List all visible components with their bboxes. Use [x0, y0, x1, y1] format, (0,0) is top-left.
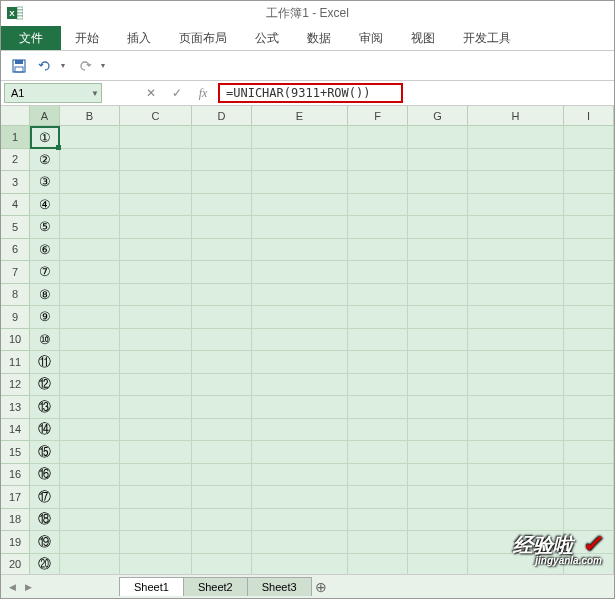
cell[interactable] — [348, 194, 408, 217]
cell[interactable] — [252, 171, 348, 194]
cell[interactable] — [564, 464, 614, 487]
cell[interactable]: ② — [30, 149, 60, 172]
cell[interactable] — [348, 486, 408, 509]
cell[interactable] — [468, 149, 564, 172]
cell[interactable] — [120, 329, 192, 352]
cell[interactable]: ⑦ — [30, 261, 60, 284]
cell[interactable] — [468, 329, 564, 352]
column-header[interactable]: I — [564, 106, 614, 126]
cell[interactable] — [468, 261, 564, 284]
cell[interactable] — [60, 351, 120, 374]
cell[interactable] — [468, 171, 564, 194]
cell[interactable] — [348, 554, 408, 577]
cell[interactable] — [468, 509, 564, 532]
cell[interactable] — [468, 284, 564, 307]
tab-developer[interactable]: 开发工具 — [449, 26, 525, 50]
cell[interactable] — [252, 194, 348, 217]
cell[interactable] — [252, 149, 348, 172]
cell[interactable] — [348, 531, 408, 554]
cell[interactable] — [564, 126, 614, 149]
add-sheet-button[interactable]: ⊕ — [311, 579, 331, 595]
sheet-tab-1[interactable]: Sheet1 — [119, 577, 184, 596]
cell[interactable] — [120, 531, 192, 554]
cell[interactable]: ⑤ — [30, 216, 60, 239]
cell[interactable] — [348, 441, 408, 464]
cell[interactable] — [60, 509, 120, 532]
cell[interactable] — [408, 171, 468, 194]
cell[interactable] — [348, 396, 408, 419]
row-header[interactable]: 14 — [1, 419, 30, 442]
cell[interactable] — [252, 239, 348, 262]
tab-data[interactable]: 数据 — [293, 26, 345, 50]
cell[interactable] — [120, 351, 192, 374]
cell[interactable] — [252, 509, 348, 532]
cell[interactable] — [408, 126, 468, 149]
tab-formulas[interactable]: 公式 — [241, 26, 293, 50]
cell[interactable] — [252, 261, 348, 284]
cell[interactable] — [408, 419, 468, 442]
cell[interactable] — [252, 486, 348, 509]
column-header[interactable]: B — [60, 106, 120, 126]
cell[interactable] — [348, 306, 408, 329]
cell[interactable] — [120, 396, 192, 419]
cell[interactable]: ⑯ — [30, 464, 60, 487]
cell[interactable] — [564, 329, 614, 352]
cell[interactable] — [468, 306, 564, 329]
cell[interactable] — [468, 396, 564, 419]
cell[interactable] — [564, 194, 614, 217]
row-header[interactable]: 12 — [1, 374, 30, 397]
cell[interactable] — [252, 419, 348, 442]
cell[interactable] — [192, 329, 252, 352]
cell[interactable] — [252, 306, 348, 329]
cell[interactable] — [60, 441, 120, 464]
cell[interactable] — [252, 374, 348, 397]
cell[interactable] — [192, 306, 252, 329]
cell[interactable] — [120, 419, 192, 442]
cell[interactable] — [564, 351, 614, 374]
cell[interactable] — [120, 149, 192, 172]
cell[interactable] — [120, 554, 192, 577]
cell[interactable] — [192, 216, 252, 239]
row-header[interactable]: 16 — [1, 464, 30, 487]
cell[interactable] — [120, 126, 192, 149]
cell[interactable] — [408, 486, 468, 509]
cell[interactable] — [468, 419, 564, 442]
cell[interactable] — [192, 149, 252, 172]
cell[interactable] — [408, 464, 468, 487]
cell[interactable]: ⑫ — [30, 374, 60, 397]
cell[interactable] — [252, 216, 348, 239]
cell[interactable] — [120, 194, 192, 217]
cell[interactable] — [60, 374, 120, 397]
row-header[interactable]: 4 — [1, 194, 30, 217]
cell[interactable]: ⑧ — [30, 284, 60, 307]
sheet-tab-2[interactable]: Sheet2 — [183, 577, 248, 596]
tab-file[interactable]: 文件 — [1, 26, 61, 50]
cell[interactable] — [60, 419, 120, 442]
cell[interactable] — [408, 284, 468, 307]
sheet-tab-3[interactable]: Sheet3 — [247, 577, 312, 596]
cell[interactable] — [468, 464, 564, 487]
tab-review[interactable]: 审阅 — [345, 26, 397, 50]
cell[interactable] — [564, 486, 614, 509]
cell[interactable] — [408, 351, 468, 374]
cell[interactable] — [60, 216, 120, 239]
row-header[interactable]: 19 — [1, 531, 30, 554]
column-header[interactable]: E — [252, 106, 348, 126]
cell[interactable] — [348, 374, 408, 397]
row-header[interactable]: 9 — [1, 306, 30, 329]
cell[interactable] — [348, 239, 408, 262]
cell[interactable] — [564, 374, 614, 397]
cell[interactable] — [564, 239, 614, 262]
sheet-nav-prev-icon[interactable]: ◀ — [5, 580, 19, 594]
cell[interactable] — [60, 171, 120, 194]
cell[interactable] — [60, 306, 120, 329]
row-header[interactable]: 6 — [1, 239, 30, 262]
cell[interactable]: ⑳ — [30, 554, 60, 577]
cell[interactable] — [192, 486, 252, 509]
cell[interactable] — [60, 329, 120, 352]
undo-button[interactable] — [35, 56, 55, 76]
cell[interactable]: ④ — [30, 194, 60, 217]
column-header[interactable]: A — [30, 106, 60, 126]
cell[interactable] — [60, 396, 120, 419]
cell[interactable] — [252, 329, 348, 352]
